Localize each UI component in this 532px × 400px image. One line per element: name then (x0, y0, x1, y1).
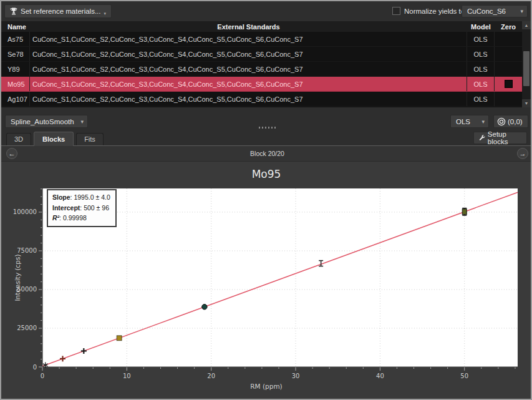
tab-blocks[interactable]: Blocks (34, 132, 74, 146)
force-zero-label: (0,0) (508, 118, 523, 125)
cell-zero (495, 92, 522, 106)
svg-text:75000: 75000 (17, 247, 37, 254)
scroll-down-icon[interactable]: ▼ (522, 99, 531, 107)
zero-checkbox[interactable] (505, 80, 513, 88)
column-header-model[interactable]: Model (467, 23, 495, 31)
svg-text:0: 0 (33, 364, 37, 371)
table-row[interactable]: Mo95CuConc_S1,CuConc_S2,CuConc_S3,CuConc… (1, 77, 522, 92)
cell-name: As75 (1, 32, 30, 46)
svg-text:0: 0 (41, 373, 44, 379)
table-row[interactable]: As75CuConc_S1,CuConc_S2,CuConc_S3,CuConc… (1, 32, 522, 47)
cell-name: Ag107 (1, 92, 30, 106)
cell-external-standards: CuConc_S1,CuConc_S2,CuConc_S3,CuConc_S4,… (30, 32, 467, 46)
svg-text:Mo95: Mo95 (252, 168, 281, 180)
cell-name: Se78 (1, 47, 30, 61)
spline-method-dropdown[interactable]: Spline_AutoSmooth ▾ (5, 115, 88, 128)
svg-text:100000: 100000 (13, 208, 37, 215)
normalize-yields-label: Normalize yields to (404, 7, 465, 15)
chevron-down-icon: ▾ (520, 8, 523, 14)
column-header-zero[interactable]: Zero (495, 23, 522, 31)
chevron-down-icon: ▾ (104, 11, 106, 16)
standards-table-header: Name External Standards Model Zero (1, 21, 522, 32)
cell-external-standards: CuConc_S1,CuConc_S2,CuConc_S3,CuConc_S4,… (30, 77, 467, 91)
arrow-right-icon: → (520, 150, 526, 157)
spline-method-value: Spline_AutoSmooth (11, 118, 74, 125)
next-block-button[interactable]: → (517, 148, 528, 159)
chevron-down-icon: ▾ (481, 119, 485, 125)
set-reference-materials-button[interactable]: Set reference materials... ▾ (4, 4, 112, 18)
model-dropdown[interactable]: OLS ▾ (450, 115, 489, 128)
cell-model: OLS (467, 32, 495, 46)
normalize-yields-checkbox[interactable] (392, 7, 400, 15)
tab-3d[interactable]: 3D (6, 133, 31, 145)
cell-model: OLS (467, 92, 495, 106)
splitter-handle[interactable] (259, 126, 276, 129)
force-zero-button[interactable]: (0,0) (493, 115, 528, 128)
table-row[interactable]: Y89CuConc_S1,CuConc_S2,CuConc_S3,CuConc_… (1, 62, 522, 77)
trophy-icon (10, 7, 17, 15)
table-row[interactable]: Se78CuConc_S1,CuConc_S2,CuConc_S3,CuConc… (1, 47, 522, 62)
fit-statistics-annotation: Slope: 1995.0 ± 4.0Intercept: 500 ± 96R²… (47, 189, 117, 227)
setup-blocks-button[interactable]: Setup blocks (473, 132, 527, 144)
block-counter-label: Block 20/20 (1, 150, 532, 157)
cell-external-standards: CuConc_S1,CuConc_S2,CuConc_S3,CuConc_S4,… (30, 62, 467, 76)
chevron-down-icon: ▾ (80, 119, 84, 125)
svg-text:40: 40 (376, 373, 384, 379)
normalize-standard-dropdown[interactable]: CuConc_S6 ▾ (462, 5, 528, 17)
block-navigation: ← Block 20/20 → (1, 146, 532, 162)
table-row[interactable]: Ag107CuConc_S1,CuConc_S2,CuConc_S3,CuCon… (1, 92, 522, 107)
cell-name: Y89 (1, 62, 30, 76)
setup-blocks-label: Setup blocks (488, 130, 521, 145)
toolbar: Set reference materials... ▾ Normalize y… (1, 1, 531, 20)
svg-text:Intensity (cps): Intensity (cps) (14, 254, 21, 301)
scroll-up-icon[interactable]: ▲ (522, 21, 531, 29)
cell-zero (495, 32, 522, 46)
wrench-icon (479, 134, 485, 142)
standards-table-body: As75CuConc_S1,CuConc_S2,CuConc_S3,CuConc… (1, 32, 531, 107)
cell-model: OLS (467, 47, 495, 61)
column-header-name[interactable]: Name (1, 23, 30, 31)
tab-bar: 3DBlocksFits (1, 131, 532, 146)
cell-model: OLS (467, 62, 495, 76)
calibration-window: Set reference materials... ▾ Normalize y… (0, 0, 532, 400)
cell-name: Mo95 (1, 77, 30, 91)
svg-text:RM (ppm): RM (ppm) (250, 383, 282, 390)
model-value: OLS (456, 118, 470, 125)
cell-zero (495, 47, 522, 61)
cell-external-standards: CuConc_S1,CuConc_S2,CuConc_S3,CuConc_S4,… (30, 92, 467, 106)
bullseye-icon (497, 117, 506, 126)
svg-text:30: 30 (292, 373, 300, 379)
cell-external-standards: CuConc_S1,CuConc_S2,CuConc_S3,CuConc_S4,… (30, 47, 467, 61)
svg-text:20: 20 (207, 373, 215, 379)
scrollbar-thumb[interactable] (523, 51, 530, 86)
standards-table: Name External Standards Model Zero As75C… (1, 21, 531, 107)
svg-text:25000: 25000 (17, 324, 37, 331)
normalize-standard-value: CuConc_S6 (467, 7, 506, 15)
calibration-chart-panel: 010203040500250005000075000100000Mo95RM … (1, 162, 531, 400)
svg-text:10: 10 (123, 373, 131, 379)
set-reference-materials-label: Set reference materials... (21, 7, 100, 15)
tab-fits[interactable]: Fits (76, 133, 104, 145)
column-header-external-standards[interactable]: External Standards (30, 23, 467, 31)
table-scrollbar[interactable]: ▲ ▼ (522, 21, 531, 107)
cell-zero (495, 62, 522, 76)
cell-model: OLS (467, 77, 495, 91)
cell-zero (495, 77, 522, 91)
svg-text:50: 50 (460, 373, 468, 379)
